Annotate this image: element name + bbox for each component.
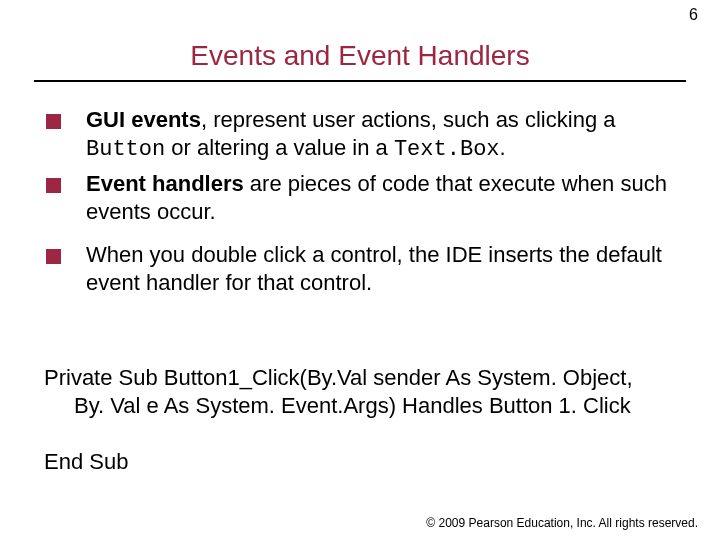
list-item: Event handlers are pieces of code that e… xyxy=(44,170,680,226)
code-block: Private Sub Button1_Click(By.Val sender … xyxy=(44,364,680,476)
copyright-symbol-icon: © xyxy=(426,516,435,530)
list-item: GUI events, represent user actions, such… xyxy=(44,106,680,164)
footer-copyright: © 2009 Pearson Education, Inc. All right… xyxy=(426,516,698,530)
bullet-list: GUI events, represent user actions, such… xyxy=(44,106,680,303)
text-mono: Text.Box xyxy=(394,137,500,162)
list-item: When you double click a control, the IDE… xyxy=(44,241,680,297)
text: . xyxy=(500,135,506,160)
slide: 6 Events and Event Handlers GUI events, … xyxy=(0,0,720,540)
text-bold: Event handlers xyxy=(86,171,244,196)
title-rule xyxy=(34,80,686,82)
text-bold: GUI events xyxy=(86,107,201,132)
text: When you double click a control, the IDE… xyxy=(86,242,662,295)
text-mono: Button xyxy=(86,137,165,162)
code-line: End Sub xyxy=(44,448,680,476)
slide-title: Events and Event Handlers xyxy=(0,40,720,72)
text: or altering a value in a xyxy=(165,135,394,160)
text: , represent user actions, such as clicki… xyxy=(201,107,616,132)
footer-text: 2009 Pearson Education, Inc. All rights … xyxy=(435,516,698,530)
code-line: Private Sub Button1_Click(By.Val sender … xyxy=(44,364,680,392)
page-number: 6 xyxy=(689,6,698,24)
code-line: By. Val e As System. Event.Args) Handles… xyxy=(44,392,680,420)
